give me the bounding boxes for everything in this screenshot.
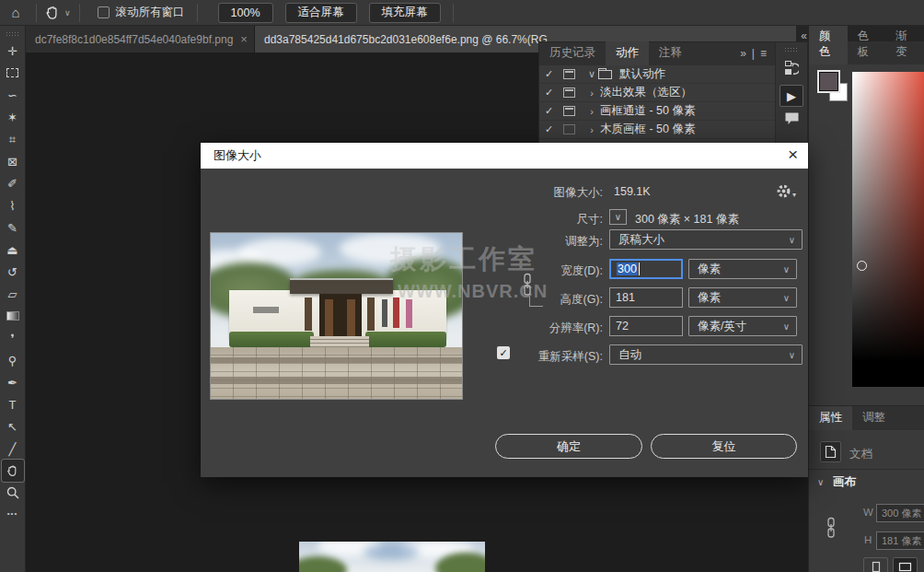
document-tab-1[interactable]: dc7fe8f8c1d0e854ff7d54e040afe9bf.png × <box>26 26 255 53</box>
height-unit-dropdown[interactable]: 像素 ∨ <box>688 287 797 308</box>
lasso-tool[interactable]: ∽ <box>2 84 24 106</box>
width-unit-value: 像素 <box>698 262 721 277</box>
frame-tool[interactable]: ⊠ <box>2 150 24 172</box>
fill-screen-button[interactable]: 填充屏幕 <box>369 3 441 23</box>
fit-screen-button[interactable]: 适合屏幕 <box>285 3 357 23</box>
action-enabled-check[interactable]: ✓ <box>545 87 557 99</box>
banner <box>393 298 399 328</box>
dodge-tool[interactable]: ⚲ <box>2 349 24 371</box>
panel-menu-icon[interactable]: ≡ <box>760 47 767 60</box>
path-selection-tool[interactable]: ↖ <box>2 415 24 438</box>
scroll-all-windows-checkbox[interactable] <box>98 6 110 18</box>
panel-grip[interactable] <box>784 47 799 52</box>
play-action-button[interactable]: ▶ <box>780 85 803 107</box>
document-label: 文档 <box>849 447 872 462</box>
healing-brush-tool[interactable]: ⌇ <box>2 194 24 216</box>
resolution-unit-value: 像素/英寸 <box>698 319 746 334</box>
landscape-orientation-button[interactable] <box>893 557 918 572</box>
fit-to-value: 原稿大小 <box>618 232 664 248</box>
tab-adjustments[interactable]: 调整 <box>852 406 895 430</box>
chevron-down-icon[interactable]: ∨ <box>817 477 824 487</box>
rectangular-marquee-tool[interactable] <box>2 62 24 84</box>
history-brush-tool[interactable]: ↺ <box>2 261 24 283</box>
chevron-right-icon[interactable]: › <box>585 88 598 99</box>
chevron-down-icon[interactable]: ∨ <box>585 68 598 80</box>
color-picker-field[interactable] <box>852 72 924 387</box>
foreground-color-swatch[interactable] <box>819 72 838 91</box>
reset-button[interactable]: 复位 <box>651 434 797 459</box>
line-tool[interactable]: ╱ <box>2 438 24 460</box>
width-input[interactable]: 300 <box>609 259 683 279</box>
eraser-tool[interactable]: ▱ <box>2 283 24 305</box>
action-row[interactable]: ✓›木质画框 - 50 像素 <box>539 121 777 139</box>
history-panel-icon[interactable] <box>784 60 799 79</box>
blur-tool[interactable]: ❜ <box>2 327 24 349</box>
home-icon[interactable]: ⌂ <box>4 5 28 20</box>
sky-patch <box>364 543 419 560</box>
tab-properties[interactable]: 属性 <box>809 406 852 430</box>
ok-button[interactable]: 确定 <box>495 434 642 459</box>
chevron-right-icon[interactable]: › <box>585 106 598 117</box>
portrait-orientation-button[interactable] <box>863 557 888 572</box>
action-dialog-toggle[interactable] <box>563 69 575 79</box>
resolution-input[interactable]: 72 <box>609 316 683 336</box>
type-tool[interactable]: T <box>2 393 24 415</box>
action-dialog-toggle[interactable] <box>563 88 575 98</box>
notes-panel-icon[interactable] <box>784 111 800 128</box>
tab-notes[interactable]: 注释 <box>649 41 692 65</box>
link-dimensions-icon[interactable] <box>826 517 837 542</box>
chevron-right-icon[interactable]: › <box>585 124 598 135</box>
banner <box>406 299 412 328</box>
tab-history[interactable]: 历史记录 <box>539 41 606 65</box>
crop-tool[interactable]: ⌗ <box>2 128 24 150</box>
width-unit-dropdown[interactable]: 像素 ∨ <box>688 259 797 279</box>
fit-to-dropdown[interactable]: 原稿大小 ∨ <box>609 229 803 250</box>
clone-stamp-tool[interactable]: ⏏ <box>2 239 24 261</box>
resolution-unit-dropdown[interactable]: 像素/英寸 ∨ <box>688 316 797 336</box>
action-dialog-toggle[interactable] <box>563 124 575 134</box>
panel-overflow-icon[interactable]: » <box>740 47 746 60</box>
close-icon[interactable]: × <box>788 146 798 163</box>
brush-tool[interactable]: ✎ <box>2 216 24 239</box>
image-preview[interactable] <box>210 232 463 400</box>
caret-down-icon: ▾ <box>792 191 796 199</box>
action-row[interactable]: ✓›淡出效果（选区） <box>539 84 777 102</box>
canvas-document-image[interactable] <box>299 542 485 572</box>
pen-tool[interactable]: ✒ <box>2 371 24 393</box>
eyedropper-tool[interactable]: ✐ <box>2 172 24 194</box>
edit-toolbar-icon[interactable]: ••• <box>0 509 25 518</box>
action-row[interactable]: ✓∨默认动作 <box>539 65 777 84</box>
move-tool[interactable]: ✛ <box>2 40 24 62</box>
height-input[interactable]: 181 <box>609 287 683 308</box>
collapse-panels-icon[interactable]: « <box>801 29 806 42</box>
canvas-width-field[interactable]: 300 像素 <box>876 504 924 522</box>
dimensions-unit-dropdown[interactable]: ∨ <box>609 209 627 225</box>
close-icon[interactable]: × <box>240 32 248 46</box>
action-enabled-check[interactable]: ✓ <box>545 68 557 80</box>
action-enabled-check[interactable]: ✓ <box>545 123 557 135</box>
action-enabled-check[interactable]: ✓ <box>545 105 557 117</box>
gradient-tool[interactable] <box>2 305 24 327</box>
zoom-100-button[interactable]: 100% <box>218 3 273 23</box>
tab-actions[interactable]: 动作 <box>606 41 649 65</box>
tab-gradients[interactable]: 渐变 <box>885 25 924 64</box>
canvas-height-field[interactable]: 181 像素 <box>876 531 924 550</box>
hand-tool-icon[interactable] <box>45 5 61 20</box>
panel-icon-strip: ▶ <box>775 42 807 144</box>
resample-dropdown[interactable]: 自动 ∨ <box>609 344 803 365</box>
zoom-tool[interactable] <box>2 482 24 504</box>
panel-grip[interactable] <box>6 31 19 36</box>
tab-swatches[interactable]: 色板 <box>848 25 886 64</box>
play-icon: ▶ <box>787 89 796 103</box>
tab-color[interactable]: 颜色 <box>809 25 848 64</box>
color-picker-cursor[interactable] <box>857 261 867 271</box>
magic-wand-tool[interactable]: ✶ <box>2 106 24 128</box>
separator <box>79 4 80 22</box>
dialog-titlebar[interactable]: 图像大小 × <box>201 143 808 169</box>
plaza-band <box>211 357 463 363</box>
hand-tool[interactable] <box>2 460 24 482</box>
dialog-options-gear-icon[interactable]: ▾ <box>776 183 796 199</box>
action-row[interactable]: ✓›画框通道 - 50 像素 <box>539 102 777 121</box>
action-dialog-toggle[interactable] <box>563 106 575 116</box>
chevron-down-icon[interactable]: ∨ <box>64 8 71 18</box>
